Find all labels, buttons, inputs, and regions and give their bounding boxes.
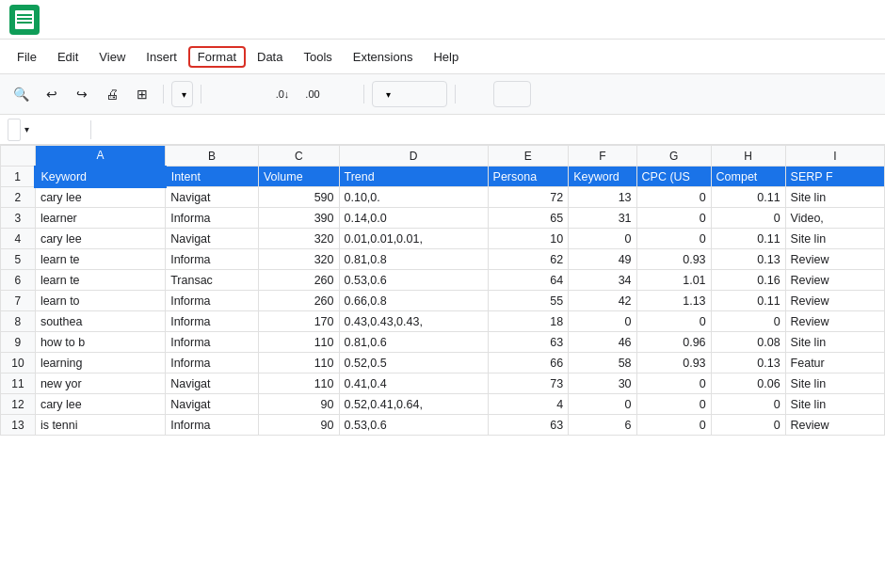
cell-r1-c5[interactable]: Persona bbox=[488, 167, 569, 187]
cell-r6-c6[interactable]: 34 bbox=[569, 270, 636, 291]
cell-r3-c6[interactable]: 31 bbox=[569, 208, 636, 229]
cell-r13-c5[interactable]: 63 bbox=[488, 415, 569, 436]
cell-r12-c4[interactable]: 0.52,0.41,0.64, bbox=[339, 394, 488, 415]
cell-r5-c3[interactable]: 320 bbox=[258, 249, 339, 270]
font-selector[interactable]: ▾ bbox=[372, 81, 447, 107]
cell-r8-c4[interactable]: 0.43,0.43,0.43, bbox=[339, 311, 488, 332]
paint-format-button[interactable]: ⊞ bbox=[129, 81, 155, 107]
cell-r1-c9[interactable]: SERP F bbox=[785, 167, 884, 187]
row-header-1[interactable]: 1 bbox=[1, 167, 36, 187]
cell-r10-c1[interactable]: learning bbox=[35, 353, 165, 373]
row-header-3[interactable]: 3 bbox=[1, 208, 36, 229]
cell-r5-c1[interactable]: learn te bbox=[35, 249, 165, 270]
menu-item-insert[interactable]: Insert bbox=[137, 46, 186, 68]
cell-r1-c6[interactable]: Keyword bbox=[569, 167, 636, 187]
cell-r4-c6[interactable]: 0 bbox=[569, 229, 636, 249]
menu-item-tools[interactable]: Tools bbox=[294, 46, 341, 68]
cell-r5-c9[interactable]: Review bbox=[785, 249, 884, 270]
cell-r1-c4[interactable]: Trend bbox=[339, 167, 488, 187]
cell-r9-c1[interactable]: how to b bbox=[35, 332, 165, 353]
cell-r7-c4[interactable]: 0.66,0.8 bbox=[339, 291, 488, 311]
cell-r10-c6[interactable]: 58 bbox=[569, 353, 636, 373]
cell-r4-c1[interactable]: cary lee bbox=[35, 229, 165, 249]
cell-r4-c2[interactable]: Navigat bbox=[166, 229, 259, 249]
decimal-more-button[interactable]: .00 bbox=[299, 81, 326, 107]
cell-r3-c9[interactable]: Video, bbox=[785, 208, 884, 229]
cell-r7-c9[interactable]: Review bbox=[785, 291, 884, 311]
cell-r9-c3[interactable]: 110 bbox=[258, 332, 339, 353]
cell-ref-box[interactable] bbox=[8, 119, 21, 141]
cell-r6-c1[interactable]: learn te bbox=[35, 270, 165, 291]
menu-item-file[interactable]: File bbox=[8, 46, 46, 68]
cell-r13-c1[interactable]: is tenni bbox=[35, 415, 165, 436]
cell-r3-c3[interactable]: 390 bbox=[258, 208, 339, 229]
cell-r7-c1[interactable]: learn to bbox=[35, 291, 165, 311]
cell-r11-c6[interactable]: 30 bbox=[569, 373, 636, 394]
cell-r2-c2[interactable]: Navigat bbox=[166, 187, 259, 208]
col-header-H[interactable]: H bbox=[711, 146, 785, 167]
redo-button[interactable]: ↪ bbox=[69, 81, 95, 107]
row-header-11[interactable]: 11 bbox=[1, 373, 36, 394]
menu-item-extensions[interactable]: Extensions bbox=[344, 46, 423, 68]
cell-r5-c4[interactable]: 0.81,0.8 bbox=[339, 249, 488, 270]
cell-r8-c1[interactable]: southea bbox=[35, 311, 165, 332]
cell-r9-c9[interactable]: Site lin bbox=[785, 332, 884, 353]
col-header-A[interactable]: A bbox=[35, 146, 165, 167]
cell-r3-c2[interactable]: Informa bbox=[166, 208, 259, 229]
menu-item-format[interactable]: Format bbox=[188, 46, 246, 68]
cell-r13-c4[interactable]: 0.53,0.6 bbox=[339, 415, 488, 436]
cell-r3-c1[interactable]: learner bbox=[35, 208, 165, 229]
cell-r2-c8[interactable]: 0.11 bbox=[711, 187, 785, 208]
cell-r7-c3[interactable]: 260 bbox=[258, 291, 339, 311]
cell-r7-c2[interactable]: Informa bbox=[166, 291, 259, 311]
cell-r3-c4[interactable]: 0.14,0.0 bbox=[339, 208, 488, 229]
cell-r2-c3[interactable]: 590 bbox=[258, 187, 339, 208]
cell-r4-c5[interactable]: 10 bbox=[488, 229, 569, 249]
cell-r8-c5[interactable]: 18 bbox=[488, 311, 569, 332]
cell-r5-c7[interactable]: 0.93 bbox=[636, 249, 711, 270]
row-header-7[interactable]: 7 bbox=[1, 291, 36, 311]
col-header-B[interactable]: B bbox=[166, 146, 259, 167]
cell-r12-c9[interactable]: Site lin bbox=[785, 394, 884, 415]
cell-r7-c7[interactable]: 1.13 bbox=[636, 291, 711, 311]
cell-r5-c8[interactable]: 0.13 bbox=[711, 249, 785, 270]
cell-r9-c8[interactable]: 0.08 bbox=[711, 332, 785, 353]
col-header-C[interactable]: C bbox=[258, 146, 339, 167]
cell-r11-c5[interactable]: 73 bbox=[488, 373, 569, 394]
menu-item-edit[interactable]: Edit bbox=[48, 46, 88, 68]
cell-r10-c9[interactable]: Featur bbox=[785, 353, 884, 373]
cell-r11-c7[interactable]: 0 bbox=[636, 373, 711, 394]
cell-r12-c8[interactable]: 0 bbox=[711, 394, 785, 415]
decimal-less-button[interactable]: .0↓ bbox=[269, 81, 296, 107]
cell-r11-c2[interactable]: Navigat bbox=[166, 373, 259, 394]
row-header-13[interactable]: 13 bbox=[1, 415, 36, 436]
cell-r10-c2[interactable]: Informa bbox=[166, 353, 259, 373]
cell-r5-c6[interactable]: 49 bbox=[569, 249, 636, 270]
cell-r8-c8[interactable]: 0 bbox=[711, 311, 785, 332]
col-header-D[interactable]: D bbox=[339, 146, 488, 167]
row-header-4[interactable]: 4 bbox=[1, 229, 36, 249]
row-header-8[interactable]: 8 bbox=[1, 311, 36, 332]
cell-r4-c7[interactable]: 0 bbox=[636, 229, 711, 249]
cell-r12-c3[interactable]: 90 bbox=[258, 394, 339, 415]
col-header-F[interactable]: F bbox=[569, 146, 636, 167]
row-header-2[interactable]: 2 bbox=[1, 187, 36, 208]
col-header-E[interactable]: E bbox=[488, 146, 569, 167]
cell-r5-c5[interactable]: 62 bbox=[488, 249, 569, 270]
col-header-I[interactable]: I bbox=[785, 146, 884, 167]
row-header-9[interactable]: 9 bbox=[1, 332, 36, 353]
cell-r10-c7[interactable]: 0.93 bbox=[636, 353, 711, 373]
cell-r1-c3[interactable]: Volume bbox=[258, 167, 339, 187]
font-size-decrease-button[interactable] bbox=[463, 81, 490, 107]
cell-r13-c6[interactable]: 6 bbox=[569, 415, 636, 436]
cell-r10-c5[interactable]: 66 bbox=[488, 353, 569, 373]
search-button[interactable]: 🔍 bbox=[8, 81, 35, 107]
cell-ref-dropdown[interactable]: ▾ bbox=[24, 124, 29, 135]
cell-r11-c3[interactable]: 110 bbox=[258, 373, 339, 394]
font-size-increase-button[interactable] bbox=[535, 81, 561, 107]
row-header-5[interactable]: 5 bbox=[1, 249, 36, 270]
cell-r2-c1[interactable]: cary lee bbox=[35, 187, 165, 208]
cell-r13-c9[interactable]: Review bbox=[785, 415, 884, 436]
cell-r3-c5[interactable]: 65 bbox=[488, 208, 569, 229]
cell-r2-c6[interactable]: 13 bbox=[569, 187, 636, 208]
